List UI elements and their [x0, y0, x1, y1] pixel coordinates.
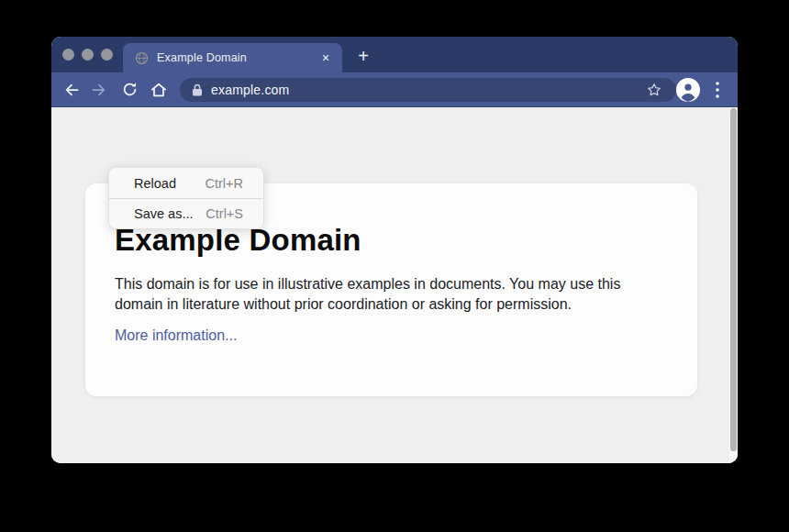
lock-icon[interactable]	[192, 83, 203, 96]
forward-button[interactable]	[87, 78, 111, 102]
page-paragraph: This domain is for use in illustrative e…	[115, 274, 654, 315]
avatar-icon	[676, 78, 700, 102]
scrollbar-track[interactable]	[729, 107, 738, 463]
reload-icon	[121, 81, 139, 98]
globe-favicon-icon	[135, 51, 149, 65]
bookmark-star-icon[interactable]	[645, 81, 663, 99]
tab-close-icon[interactable]: ×	[317, 50, 334, 66]
browser-toolbar: example.com	[51, 72, 738, 107]
browser-window: Example Domain × +	[51, 37, 738, 463]
new-tab-button[interactable]: +	[352, 46, 374, 66]
menu-item-label: Save as...	[134, 206, 193, 221]
profile-avatar-button[interactable]	[676, 78, 700, 102]
window-controls	[62, 49, 113, 61]
title-bar: Example Domain × +	[51, 37, 738, 72]
address-bar[interactable]: example.com	[180, 78, 676, 102]
more-information-link[interactable]: More information...	[115, 327, 237, 344]
browser-tab[interactable]: Example Domain ×	[123, 43, 342, 72]
reload-button[interactable]	[117, 78, 141, 102]
back-arrow-icon	[62, 81, 81, 99]
home-button[interactable]	[147, 78, 171, 102]
three-dots-icon	[716, 82, 719, 98]
url-text: example.com	[211, 83, 645, 97]
page-viewport: Example Domain This domain is for use in…	[51, 107, 738, 463]
forward-arrow-icon	[90, 81, 108, 99]
menu-item-save-as[interactable]: Save as... Ctrl+S	[109, 198, 263, 228]
context-menu: Reload Ctrl+R Save as... Ctrl+S	[108, 167, 264, 229]
menu-item-label: Reload	[134, 176, 176, 191]
window-close-button[interactable]	[62, 49, 74, 61]
menu-item-shortcut: Ctrl+S	[206, 206, 243, 221]
home-icon	[150, 81, 168, 99]
tab-title: Example Domain	[157, 51, 317, 64]
menu-item-reload[interactable]: Reload Ctrl+R	[109, 168, 263, 198]
window-zoom-button[interactable]	[101, 49, 113, 61]
back-button[interactable]	[60, 78, 83, 102]
window-minimize-button[interactable]	[82, 49, 94, 61]
menu-item-shortcut: Ctrl+R	[206, 176, 244, 191]
scrollbar-thumb[interactable]	[730, 108, 737, 451]
browser-menu-button[interactable]	[708, 81, 727, 99]
